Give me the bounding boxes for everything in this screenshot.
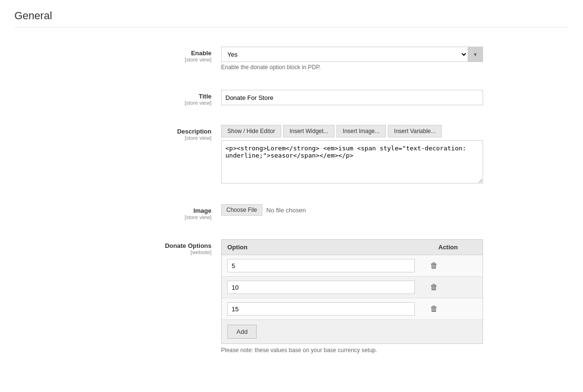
donate-option-input-2[interactable]	[227, 281, 415, 294]
col-header-option: Option	[227, 244, 438, 251]
donate-row-3: 🗑	[222, 298, 483, 320]
enable-select[interactable]: Yes No	[221, 47, 468, 62]
image-scope: [store view]	[14, 214, 211, 220]
donate-option-input-1[interactable]	[227, 259, 415, 272]
insert-variable-button[interactable]: Insert Variable...	[388, 125, 442, 137]
delete-row-2-button[interactable]: 🗑	[430, 283, 438, 292]
enable-label: Enable	[14, 49, 211, 57]
enable-select-arrow[interactable]	[468, 47, 483, 62]
donate-option-input-3[interactable]	[227, 302, 415, 316]
image-row: Image [store view] Choose File No file c…	[14, 199, 569, 225]
form-section: Enable [store view] Yes No Enable the do…	[14, 42, 569, 358]
col-header-action: Action	[438, 244, 477, 251]
title-scope: [store view]	[14, 100, 211, 106]
title-input[interactable]	[221, 90, 483, 105]
donate-options-label-col: Donate Options [website]	[14, 239, 221, 255]
enable-helper: Enable the donate option block in PDP.	[221, 64, 569, 71]
image-label: Image	[14, 207, 211, 214]
enable-select-wrapper: Yes No	[221, 47, 483, 62]
donate-add-row: Add	[222, 320, 483, 343]
donate-options-control-col: Option Action 🗑 🗑	[221, 239, 569, 354]
title-label: Title	[14, 93, 211, 100]
donate-row-2: 🗑	[222, 277, 483, 298]
title-control-col	[221, 90, 569, 105]
donate-note: Please note: these values base on your b…	[221, 347, 569, 354]
enable-scope: [store view]	[14, 57, 211, 62]
image-control-col: Choose File No file chosen	[221, 204, 569, 216]
donate-options-scope: [website]	[14, 249, 211, 255]
file-input-wrapper: Choose File No file chosen	[221, 204, 569, 216]
page-wrapper: General Enable [store view] Yes No Enabl…	[0, 0, 583, 392]
description-label-col: Description [store view]	[14, 125, 221, 141]
page-title: General	[14, 10, 569, 27]
donate-action-1: 🗑	[415, 261, 453, 270]
enable-label-col: Enable [store view]	[14, 47, 221, 62]
donate-options-row: Donate Options [website] Option Action 🗑	[14, 234, 569, 358]
delete-row-3-button[interactable]: 🗑	[430, 305, 438, 313]
description-label: Description	[14, 128, 211, 135]
choose-file-button[interactable]: Choose File	[221, 204, 262, 216]
image-label-col: Image [store view]	[14, 204, 221, 220]
description-textarea[interactable]: <p><strong>Lorem</strong> <em>isum <span…	[221, 140, 483, 184]
enable-row: Enable [store view] Yes No Enable the do…	[14, 42, 569, 75]
donate-options-table: Option Action 🗑 🗑	[221, 239, 483, 344]
description-control-col: Show / Hide Editor Insert Widget... Inse…	[221, 125, 569, 185]
enable-control-col: Yes No Enable the donate option block in…	[221, 47, 569, 71]
description-scope: [store view]	[14, 135, 211, 141]
description-row: Description [store view] Show / Hide Edi…	[14, 120, 569, 190]
editor-toolbar: Show / Hide Editor Insert Widget... Inse…	[221, 125, 569, 137]
title-row: Title [store view]	[14, 85, 569, 110]
show-hide-editor-button[interactable]: Show / Hide Editor	[221, 125, 281, 137]
add-donate-option-button[interactable]: Add	[227, 325, 257, 339]
insert-widget-button[interactable]: Insert Widget...	[283, 125, 335, 137]
donate-action-2: 🗑	[415, 283, 453, 292]
title-label-col: Title [store view]	[14, 90, 221, 106]
file-no-chosen: No file chosen	[266, 207, 306, 214]
donate-row-1: 🗑	[222, 255, 483, 277]
donate-action-3: 🗑	[415, 305, 453, 313]
delete-row-1-button[interactable]: 🗑	[430, 261, 438, 270]
insert-image-button[interactable]: Insert Image...	[336, 125, 386, 137]
donate-options-label: Donate Options	[14, 242, 211, 249]
donate-table-header: Option Action	[222, 240, 483, 255]
